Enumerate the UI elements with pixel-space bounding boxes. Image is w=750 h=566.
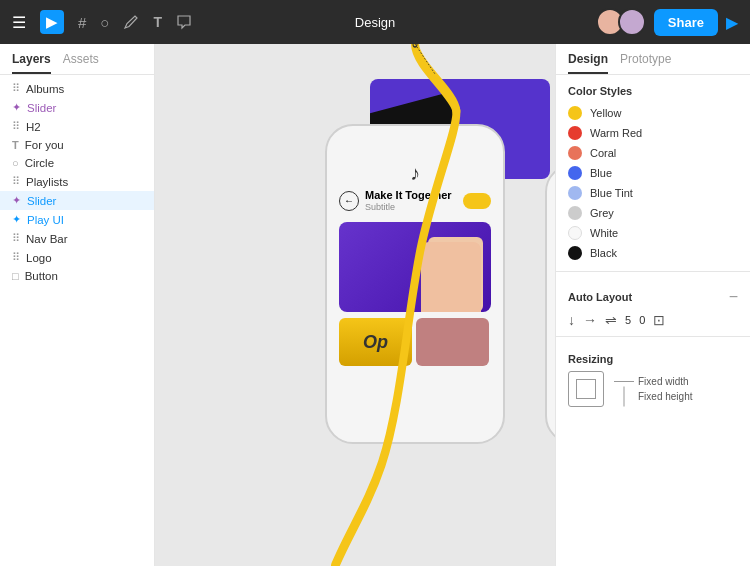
layer-name: Play UI [27,214,64,226]
grid-icon: ⠿ [12,82,20,95]
layers-list: ⠿ Albums ✦ Slider ⠿ H2 T For you ○ Circl… [0,75,154,566]
component-icon: ✦ [12,101,21,114]
comment-tool[interactable] [176,14,192,30]
select-tool[interactable]: ▶ [40,10,64,34]
tab-assets[interactable]: Assets [63,52,99,74]
phone-nav: ← Make It Together Subtitle [339,185,491,216]
divider [556,271,750,272]
main-layout: Layers Assets ⠿ Albums ✦ Slider ⠿ H2 T F… [0,44,750,566]
grid-icon: ⠿ [12,120,20,133]
fixed-height-label: Fixed height [614,391,692,402]
color-blue: Blue [568,163,738,183]
color-label: Blue Tint [590,187,633,199]
right-panel-tabs: Design Prototype [556,44,750,75]
toolbar-right: Share ▶ [596,8,738,36]
layer-name: Slider [27,195,56,207]
layer-slider1[interactable]: ✦ Slider [0,98,154,117]
color-label: White [590,227,618,239]
auto-layout-controls: ↓ → ⇌ 5 0 ⊡ [568,312,738,328]
grey-dot [568,206,582,220]
layer-playlists[interactable]: ⠿ Playlists [0,172,154,191]
svg-point-3 [413,44,417,47]
avatar-group [596,8,646,36]
color-white: White [568,223,738,243]
layer-name: For you [25,139,64,151]
grid-icon: ⠿ [12,232,20,245]
text-icon: T [12,139,19,151]
right-panel: Design Prototype Color Styles Yellow War… [555,44,750,566]
layout-direction-icon: ↓ [568,312,575,328]
white-dot [568,226,582,240]
padding-control[interactable]: 0 [639,314,645,326]
layer-h2[interactable]: ⠿ H2 [0,117,154,136]
grid-icon: ⠿ [12,175,20,188]
color-warmred: Warm Red [568,123,738,143]
auto-layout-header: Auto Layout − [568,280,738,312]
share-button[interactable]: Share [654,9,718,36]
text-tool[interactable]: T [153,14,162,30]
resizing-section: Resizing Fixed width Fixed height [556,345,750,419]
music-icon: ♪ [339,162,491,185]
color-coral: Coral [568,143,738,163]
resizing-labels: Fixed width Fixed height [614,376,692,402]
auto-layout-section: Auto Layout − ↓ → ⇌ 5 0 ⊡ [556,280,750,328]
color-styles-header: Color Styles [556,75,750,103]
layer-playui[interactable]: ✦ Play UI [0,210,154,229]
frame-tool[interactable]: # [78,14,86,31]
height-line [624,387,625,407]
tab-prototype[interactable]: Prototype [620,52,671,74]
color-bluetint: Blue Tint [568,183,738,203]
toolbar-left: ☰ ▶ # ○ T [12,10,192,34]
warmred-dot [568,126,582,140]
layer-logo[interactable]: ⠿ Logo [0,248,154,267]
tab-design[interactable]: Design [568,52,608,74]
yellow-dot [568,106,582,120]
fixed-width-label: Fixed width [614,376,692,387]
menu-icon[interactable]: ☰ [12,13,26,32]
layer-circle[interactable]: ○ Circle [0,154,154,172]
phone-subtitle: Subtitle [365,202,452,212]
layer-slider2[interactable]: ✦ Slider [0,191,154,210]
circle-icon: ○ [12,157,19,169]
layout-wrap-icon: ⇌ [605,312,617,328]
album-art-3 [416,318,489,366]
coral-dot [568,146,582,160]
color-black: Black [568,243,738,263]
spacing-value: 5 [625,314,631,326]
left-panel: Layers Assets ⠿ Albums ✦ Slider ⠿ H2 T F… [0,44,155,566]
color-styles-list: Yellow Warm Red Coral Blue Blue Tint Gre… [556,103,750,263]
color-label: Warm Red [590,127,642,139]
phone-mockup-1: ♪ ← Make It Together Subtitle Op [325,124,505,444]
layer-button[interactable]: □ Button [0,267,154,285]
layer-name: Slider [27,102,56,114]
circle-tool[interactable]: ○ [100,14,109,31]
frame-icon: □ [12,270,19,282]
layout-clip-icon: ⊡ [653,312,665,328]
resizing-inner-box [576,379,596,399]
avatar-2 [618,8,646,36]
pen-tool[interactable] [123,14,139,30]
back-button: ← [339,191,359,211]
auto-layout-title: Auto Layout [568,291,632,303]
color-grey: Grey [568,203,738,223]
present-icon[interactable]: ▶ [726,13,738,32]
black-dot [568,246,582,260]
layer-foryou[interactable]: T For you [0,136,154,154]
layer-name: Logo [26,252,52,264]
canvas[interactable]: ♪ ← Make It Together Subtitle Op [155,44,555,566]
tab-layers[interactable]: Layers [12,52,51,74]
layer-name: Albums [26,83,64,95]
bluetint-dot [568,186,582,200]
width-line [614,381,634,382]
toolbar: ☰ ▶ # ○ T Design Share ▶ [0,0,750,44]
blue-dot [568,166,582,180]
grid-icon: ⠿ [12,251,20,264]
auto-layout-remove[interactable]: − [729,288,738,306]
album-art-1 [339,222,491,312]
color-label: Coral [590,147,616,159]
spacing-control[interactable]: 5 [625,314,631,326]
layer-albums[interactable]: ⠿ Albums [0,79,154,98]
resizing-title: Resizing [568,345,738,371]
phone-title: Make It Together [365,189,452,201]
layer-navbar[interactable]: ⠿ Nav Bar [0,229,154,248]
